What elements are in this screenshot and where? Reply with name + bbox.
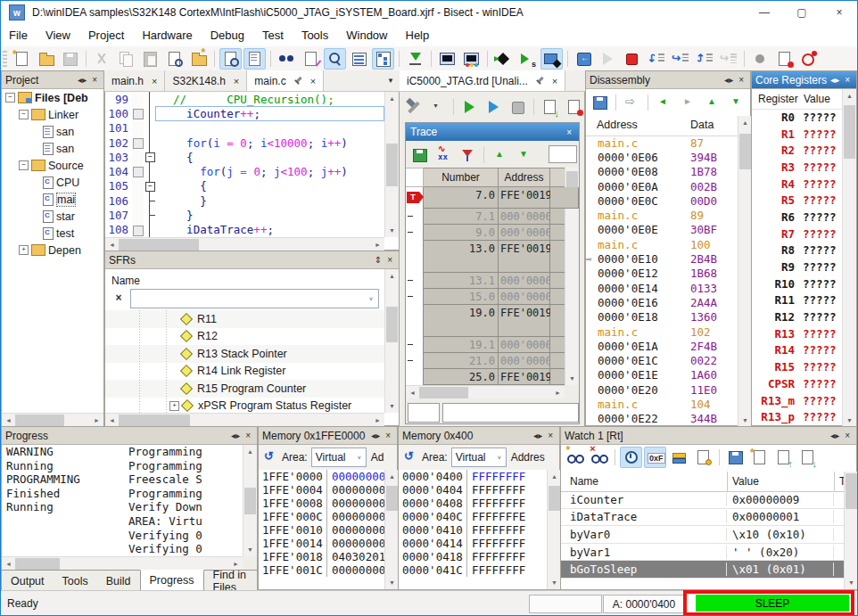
close-icon[interactable]: × — [89, 75, 100, 85]
register-row[interactable]: R9????? — [752, 259, 842, 275]
disasm-row[interactable]: main.c87 — [586, 136, 738, 150]
memory-row[interactable]: 0000'0418FFFFFFFF — [399, 550, 547, 563]
scroll-down-icon[interactable]: ▼ — [845, 576, 858, 589]
tree-item-san[interactable]: san — [2, 140, 103, 157]
watch-window-icon[interactable] — [276, 48, 298, 70]
expand-icon[interactable]: + — [19, 245, 29, 255]
disasm-row[interactable]: 0000'0E162A4A — [586, 295, 738, 309]
code-text[interactable]: { — [155, 179, 384, 193]
fold-cell[interactable]: − — [144, 179, 155, 193]
trace-row[interactable]: 19.0FFE'0019 — [406, 305, 579, 337]
tree-item-filesdeb[interactable]: −Files [Deb — [2, 89, 103, 106]
code-text[interactable]: // CPU_Recursion(); — [155, 92, 384, 106]
register-row[interactable]: R4????? — [752, 176, 842, 193]
register-row[interactable]: R11????? — [752, 292, 842, 309]
disasm-row[interactable]: 0000'0E140133 — [586, 281, 738, 295]
fold-cell[interactable] — [144, 136, 155, 150]
horizontal-scrollbar[interactable]: ◄ ► — [105, 237, 384, 251]
scroll-right-icon[interactable]: ► — [90, 414, 103, 427]
memory-row[interactable]: 1FFE'000000000000 — [259, 470, 384, 483]
scroll-up-icon[interactable]: ▲ — [385, 92, 399, 105]
build-hardware-icon[interactable] — [402, 96, 425, 118]
memory-row[interactable]: 1FFE'000C00000000 — [259, 510, 384, 523]
trace-filter-icon[interactable] — [457, 144, 479, 166]
menu-hardware[interactable]: Hardware — [133, 25, 201, 46]
chevron-down-icon[interactable]: ˅ — [493, 455, 506, 461]
register-row[interactable]: R7????? — [752, 226, 842, 242]
bookmark-cell[interactable] — [132, 121, 144, 136]
register-row[interactable]: R2????? — [752, 142, 842, 159]
expand-icon[interactable]: + — [169, 401, 179, 411]
horizontal-scrollbar[interactable]: ◄ ► — [406, 385, 565, 398]
vertical-scrollbar[interactable]: ▲ ▼ — [384, 470, 399, 589]
line-number[interactable]: 102 — [105, 136, 132, 150]
remove-watch-icon[interactable] — [588, 447, 610, 468]
scroll-left-icon[interactable]: ◄ — [105, 238, 119, 251]
disasm-row[interactable]: 0000'0E1E1A60 — [586, 368, 738, 382]
vertical-scrollbar[interactable]: ▲ ▼ — [738, 116, 752, 427]
area-combobox[interactable]: Virtual ˅ — [311, 448, 367, 467]
memory-row[interactable]: 1FFE'000800000000 — [259, 497, 384, 510]
build-menu-icon[interactable] — [426, 96, 449, 118]
disasm-row[interactable]: 0000'0E1C0022 — [586, 353, 738, 367]
collapse-icon[interactable]: − — [19, 160, 29, 170]
bookmark-cell[interactable] — [132, 164, 144, 178]
disasm-row[interactable]: 0000'0E0C00D0 — [586, 193, 738, 208]
disasm-save-icon[interactable] — [589, 92, 611, 113]
close-icon[interactable]: × — [243, 431, 253, 440]
minimize-icon[interactable]: — — [746, 1, 783, 25]
disasm-row[interactable]: 0000'0E081B78 — [586, 165, 738, 179]
tab-progress[interactable]: Progress — [140, 570, 204, 591]
record-icon[interactable] — [749, 48, 771, 70]
line-number[interactable]: 99 — [105, 93, 132, 106]
sfr-window-icon[interactable] — [300, 48, 322, 70]
group-watch-icon[interactable] — [668, 447, 690, 468]
fold-cell[interactable] — [144, 106, 155, 120]
bookmark-cell[interactable] — [132, 208, 144, 222]
disasm-row[interactable]: 0000'0E2011E0 — [586, 382, 738, 397]
tree-item-test[interactable]: test — [2, 225, 103, 242]
disasm-row[interactable]: 0000'0E22344B — [586, 412, 738, 426]
scroll-down-icon[interactable]: ▼ — [385, 224, 399, 237]
sfr-item[interactable]: R12 — [105, 328, 384, 346]
project-window-icon[interactable] — [219, 48, 242, 70]
attach-target-icon[interactable] — [540, 48, 563, 70]
next-instruction-icon[interactable] — [725, 92, 747, 113]
step-into-icon[interactable] — [645, 48, 667, 70]
trace-row[interactable]: 15.0000'0000 — [406, 289, 579, 305]
code-text[interactable] — [155, 121, 384, 136]
bookmark-cell[interactable] — [132, 223, 144, 237]
memory-row[interactable]: 0000'0400FFFFFFFF — [399, 470, 547, 483]
reset-icon[interactable] — [573, 48, 595, 70]
scroll-down-icon[interactable]: ▼ — [548, 576, 561, 589]
scroll-down-icon[interactable]: ▼ — [565, 372, 579, 385]
scroll-up-icon[interactable]: ▲ — [385, 269, 399, 283]
menu-file[interactable]: File — [0, 25, 37, 46]
register-row[interactable]: R6????? — [752, 209, 842, 226]
disasm-row[interactable]: 0000'0E06394B — [586, 150, 738, 164]
area-combobox[interactable]: Virtual ˅ — [451, 448, 507, 467]
code-text[interactable]: } — [155, 208, 384, 222]
tab-main.c[interactable]: main.c× — [247, 70, 324, 91]
scroll-up-icon[interactable]: ▲ — [548, 470, 561, 483]
find-in-files-icon[interactable] — [163, 48, 186, 70]
horizontal-scrollbar[interactable]: ◄ ► — [2, 556, 243, 570]
dock-icon[interactable]: ◂▸ — [828, 431, 842, 440]
trace-row[interactable]: 13.0FFE'0019 — [406, 241, 579, 273]
scroll-down-icon[interactable]: ▼ — [385, 576, 399, 589]
close-icon[interactable]: × — [564, 127, 574, 137]
sfr-item[interactable]: R13 Stack Pointer — [105, 345, 384, 363]
find-window-icon[interactable] — [324, 48, 346, 70]
disasm-row[interactable]: 0000'0E181360 — [586, 310, 738, 324]
line-number[interactable]: 103 — [105, 151, 132, 164]
data-column-header[interactable]: Data — [690, 119, 714, 131]
line-number[interactable]: 105 — [105, 179, 132, 193]
trace-clear-icon[interactable] — [563, 96, 585, 118]
name-column-header[interactable]: Name — [570, 475, 598, 488]
line-number[interactable]: 106 — [105, 194, 132, 208]
scroll-down-icon[interactable]: ▼ — [385, 399, 399, 413]
symbols-window-icon[interactable] — [372, 48, 394, 70]
line-number[interactable]: 100 — [105, 107, 132, 120]
memory-row[interactable]: 0000'0410FFFFFFFF — [399, 523, 547, 537]
fold-cell[interactable] — [144, 193, 155, 208]
